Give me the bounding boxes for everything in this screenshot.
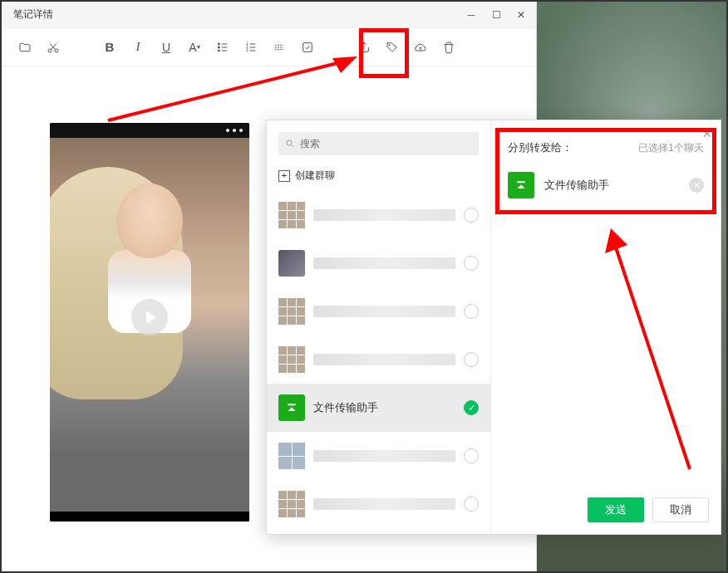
svg-point-9: [389, 44, 390, 45]
remove-selection-icon[interactable]: ✕: [689, 178, 704, 193]
svg-point-1: [55, 49, 58, 52]
divider-icon[interactable]: [268, 36, 291, 59]
file-helper-icon: [508, 172, 534, 198]
contact-item[interactable]: [267, 239, 490, 287]
plus-icon: +: [278, 170, 290, 182]
minimize-button[interactable]: ─: [460, 5, 483, 25]
contact-item[interactable]: [267, 191, 490, 239]
underline-button[interactable]: U: [155, 36, 178, 59]
contact-name-redacted: [313, 354, 455, 365]
forward-title: 分别转发给：: [508, 140, 573, 155]
share-icon[interactable]: [352, 36, 376, 59]
bold-button[interactable]: B: [98, 36, 121, 59]
contact-name-redacted: [313, 498, 455, 510]
avatar: [278, 298, 305, 325]
bullet-list-icon[interactable]: [211, 36, 234, 59]
avatar: [278, 443, 305, 469]
svg-point-0: [48, 49, 52, 52]
folder-icon[interactable]: [13, 36, 37, 59]
send-button[interactable]: 发送: [588, 497, 644, 522]
forward-dialog: + 创建群聊: [266, 120, 721, 535]
checklist-icon[interactable]: [296, 36, 319, 59]
search-icon: [285, 139, 295, 149]
select-radio[interactable]: [464, 208, 479, 223]
selected-contact: 文件传输助手 ✕: [491, 164, 721, 207]
svg-rect-8: [303, 42, 312, 51]
file-helper-icon: [278, 394, 305, 421]
tag-icon[interactable]: [381, 36, 404, 59]
forward-selection-column: ✕ 分别转发给： 已选择1个聊天 文件传输助手 ✕ 发送 取消: [491, 120, 721, 534]
select-radio[interactable]: [464, 352, 479, 367]
contact-name-redacted: [313, 257, 455, 269]
phone-statusbar: [50, 123, 249, 138]
window-title: 笔记详情: [13, 7, 53, 22]
maximize-button[interactable]: ☐: [485, 5, 508, 25]
svg-point-3: [218, 47, 219, 48]
select-radio[interactable]: [464, 448, 479, 463]
avatar: [278, 202, 305, 228]
avatar: [278, 346, 305, 373]
select-radio-checked[interactable]: [464, 400, 479, 415]
play-icon[interactable]: [131, 299, 168, 335]
font-color-button[interactable]: A▾: [183, 36, 206, 59]
video-attachment[interactable]: [50, 123, 249, 522]
selection-count: 已选择1个聊天: [638, 141, 704, 155]
titlebar: 笔记详情 ─ ☐ ✕: [2, 2, 536, 28]
search-input-wrapper[interactable]: [278, 132, 479, 155]
close-icon[interactable]: ✕: [702, 127, 712, 140]
delete-icon[interactable]: [437, 36, 460, 59]
cut-icon[interactable]: [42, 36, 65, 59]
svg-text:3: 3: [246, 48, 248, 52]
window-controls: ─ ☐ ✕: [460, 5, 533, 25]
forward-contact-column: + 创建群聊: [267, 120, 491, 534]
select-radio[interactable]: [464, 497, 479, 512]
contact-item[interactable]: [267, 335, 490, 384]
close-button[interactable]: ✕: [509, 5, 533, 25]
svg-point-10: [287, 140, 292, 145]
select-radio[interactable]: [464, 304, 479, 319]
selected-contact-name: 文件传输助手: [544, 178, 679, 193]
search-input[interactable]: [300, 138, 472, 149]
avatar: [278, 491, 305, 517]
contact-name: 文件传输助手: [313, 400, 455, 415]
create-group-label: 创建群聊: [295, 169, 335, 183]
svg-point-4: [218, 50, 219, 51]
cloud-upload-icon[interactable]: [409, 36, 432, 59]
cancel-button[interactable]: 取消: [652, 497, 709, 522]
contact-name-redacted: [313, 209, 455, 221]
contact-item[interactable]: [267, 432, 490, 480]
toolbar: B I U A▾ 123: [2, 28, 536, 66]
contact-list[interactable]: 文件传输助手: [267, 191, 490, 534]
svg-point-2: [218, 43, 219, 45]
ordered-list-icon[interactable]: 123: [239, 36, 263, 59]
contact-name-redacted: [313, 450, 455, 462]
create-group-button[interactable]: + 创建群聊: [267, 164, 490, 191]
contact-item[interactable]: [267, 480, 490, 528]
italic-button[interactable]: I: [126, 36, 150, 59]
dialog-actions: 发送 取消: [491, 486, 721, 534]
select-radio[interactable]: [464, 256, 479, 271]
contact-name-redacted: [313, 306, 455, 317]
avatar: [278, 250, 305, 277]
contact-item-file-helper[interactable]: 文件传输助手: [267, 384, 490, 432]
contact-item[interactable]: [267, 287, 490, 335]
